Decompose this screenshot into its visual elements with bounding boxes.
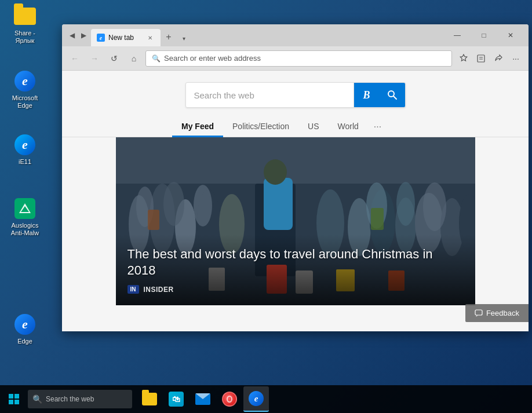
window-controls: — □ ✕ [444, 24, 526, 46]
taskbar-app-edge[interactable]: e [243, 386, 269, 412]
ie11-label: iE11 [19, 158, 31, 166]
star-icon [459, 54, 468, 63]
toolbar-buttons: ··· [456, 50, 524, 67]
forward-button[interactable]: → [86, 50, 103, 67]
feed-tabs: My Feed Politics/Election US World ··· [62, 117, 529, 137]
home-button[interactable]: ⌂ [126, 50, 142, 67]
tab-us[interactable]: US [298, 117, 328, 137]
address-text: Search or enter web address [164, 54, 446, 63]
desktop-icon-auslogics[interactable]: Auslogics Anti-Malw [5, 197, 45, 237]
tab-dropdown-button[interactable]: ▾ [177, 31, 191, 45]
tab-label: New tab [108, 34, 134, 42]
svg-rect-10 [478, 55, 484, 62]
search-go-button[interactable] [380, 82, 405, 108]
address-bar: ← → ↺ ⌂ 🔍 Search or enter web address [62, 46, 529, 71]
start-button[interactable] [0, 385, 28, 413]
feedback-button[interactable]: Feedback [465, 304, 529, 322]
opera-icon [222, 392, 237, 407]
add-tab-button[interactable]: + [161, 29, 177, 45]
auslogics-icon [13, 197, 37, 220]
edge-label: Edge [17, 338, 32, 345]
us-label: US [308, 122, 319, 131]
svg-point-38 [396, 182, 415, 226]
svg-rect-40 [148, 210, 159, 230]
news-image: The best and worst days to travel around… [116, 137, 475, 305]
tab-favicon: e [97, 34, 105, 42]
reading-icon [476, 54, 486, 63]
search-go-icon [387, 90, 398, 100]
taskbar-app-store[interactable]: 🛍 [163, 386, 189, 412]
my-feed-label: My Feed [181, 122, 214, 131]
tab-more[interactable]: ··· [368, 117, 387, 137]
tab-bar: ◀ ▶ e New tab ✕ + ▾ — □ ✕ [62, 24, 529, 46]
svg-text:e: e [22, 137, 28, 152]
news-title: The best and worst days to travel around… [127, 246, 464, 279]
news-overlay: The best and worst days to travel around… [116, 235, 475, 305]
tab-world[interactable]: World [329, 117, 368, 137]
new-tab[interactable]: e New tab ✕ [91, 29, 161, 46]
minimize-button[interactable]: — [444, 26, 471, 45]
close-button[interactable]: ✕ [497, 26, 524, 45]
tab-close-button[interactable]: ✕ [145, 33, 155, 42]
back-button[interactable]: ← [67, 50, 83, 67]
file-explorer-icon [142, 393, 157, 405]
svg-text:🛍: 🛍 [172, 394, 180, 404]
maximize-button[interactable]: □ [471, 26, 497, 45]
taskbar-search[interactable]: 🔍 Search the web [28, 390, 132, 408]
forward-page-button[interactable]: ▶ [78, 30, 89, 41]
taskbar-app-mail[interactable] [190, 386, 216, 412]
desktop-icon-edge[interactable]: e Edge [5, 313, 45, 345]
svg-text:e: e [22, 317, 28, 331]
ie11-icon: e [13, 133, 37, 156]
mail-icon [195, 393, 210, 405]
news-source: IN INSIDER [127, 285, 464, 294]
feedback-label: Feedback [486, 309, 519, 317]
browser-content: Search the web B My Feed [62, 71, 529, 331]
taskbar-app-opera[interactable] [217, 386, 242, 412]
taskbar-search-text: Search the web [46, 395, 94, 403]
microsoft-edge-label: Microsoft Edge [5, 94, 45, 109]
back-page-button[interactable]: ◀ [67, 30, 77, 41]
browser-left-controls: ◀ ▶ [64, 24, 91, 46]
svg-point-36 [194, 185, 212, 226]
svg-point-47 [227, 396, 232, 402]
favorites-button[interactable] [456, 50, 472, 67]
desktop-icon-microsoft-edge[interactable]: e Microsoft Edge [5, 70, 45, 109]
taskbar-apps: 🛍 e [137, 385, 269, 413]
reading-list-button[interactable] [473, 50, 489, 67]
share-folder-icon [13, 5, 37, 28]
address-input[interactable]: 🔍 Search or enter web address [145, 50, 452, 67]
search-box: Search the web B [185, 82, 406, 108]
svg-point-24 [264, 159, 287, 185]
taskbar: 🔍 Search the web 🛍 [0, 385, 532, 413]
windows-logo [9, 394, 19, 404]
search-input[interactable]: Search the web [186, 83, 354, 107]
store-icon: 🛍 [169, 392, 184, 407]
bing-label: B [363, 89, 370, 101]
svg-text:e: e [100, 35, 103, 41]
politics-label: Politics/Election [232, 122, 289, 131]
svg-point-35 [163, 182, 184, 226]
share-button[interactable] [490, 50, 507, 67]
news-content: The best and worst days to travel around… [62, 137, 529, 331]
refresh-button[interactable]: ↺ [106, 50, 122, 67]
search-icon: 🔍 [152, 54, 161, 63]
desktop-icon-ie11[interactable]: e iE11 [5, 133, 45, 166]
more-tabs-label: ··· [374, 122, 381, 131]
desktop-icon-share[interactable]: Share -Ярлык [5, 5, 45, 45]
bing-button[interactable]: B [354, 82, 380, 108]
edge-icon: e [13, 313, 37, 336]
auslogics-label: Auslogics Anti-Malw [5, 222, 45, 237]
tab-politics-election[interactable]: Politics/Election [223, 117, 298, 137]
search-placeholder: Search the web [194, 90, 254, 100]
source-name: INSIDER [144, 286, 174, 294]
svg-text:e: e [22, 74, 28, 88]
svg-rect-23 [264, 178, 293, 230]
search-section: Search the web B [62, 71, 529, 117]
more-button[interactable]: ··· [508, 50, 524, 67]
svg-rect-45 [475, 310, 482, 315]
tab-my-feed[interactable]: My Feed [172, 117, 223, 137]
news-hero[interactable]: The best and worst days to travel around… [116, 137, 475, 305]
taskbar-app-files[interactable] [137, 386, 162, 412]
svg-point-39 [423, 182, 446, 231]
